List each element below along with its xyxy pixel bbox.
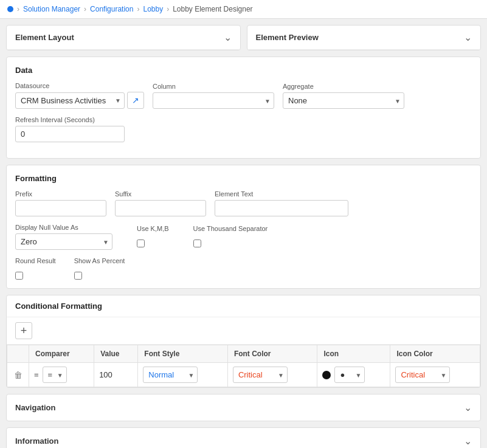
information-chevron: ⌄ <box>464 435 472 447</box>
refresh-row: Refresh Interval (Seconds) <box>15 116 472 142</box>
information-title: Information <box>15 436 59 446</box>
comparer-cell: = =>< <box>29 363 94 387</box>
delete-cell: 🗑 <box>7 363 29 387</box>
cond-toolbar: + <box>7 317 480 345</box>
element-layout-chevron: ⌄ <box>224 32 232 43</box>
font-style-select[interactable]: NormalBoldItalic <box>143 367 198 383</box>
icon-preview <box>322 371 331 379</box>
breadcrumb-solution-manager[interactable]: Solution Manager <box>23 5 80 13</box>
font-style-select-wrapper: NormalBoldItalic <box>143 367 198 383</box>
suffix-label: Suffix <box>115 190 206 198</box>
breadcrumb-current: Lobby Element Designer <box>173 5 252 13</box>
show-percent-group: Show As Percent <box>74 257 125 280</box>
font-color-select-wrapper: CriticalNormalWarning <box>233 367 288 383</box>
null-value-row: Display Null Value As Zero Use K,M,B Use… <box>15 224 472 250</box>
col-delete <box>7 345 29 363</box>
null-value-label: Display Null Value As <box>15 224 112 231</box>
prefix-input[interactable] <box>15 200 106 216</box>
prefix-group: Prefix <box>15 190 106 216</box>
element-preview-chevron: ⌄ <box>464 32 472 43</box>
use-thousand-checkbox[interactable] <box>193 240 201 247</box>
datasource-group: Datasource CRM Business Activities ↗ <box>15 82 144 109</box>
table-header-row: Comparer Value Font Style Font Color Ico… <box>7 345 480 363</box>
col-font-style: Font Style <box>138 345 228 363</box>
information-toggle[interactable]: Information ⌄ <box>7 428 480 448</box>
element-layout-panel: Element Layout ⌄ <box>6 25 241 50</box>
comparer-value: = <box>34 370 39 379</box>
icon-cell: ●■▲ <box>317 363 390 387</box>
round-result-group: Round Result <box>15 257 56 280</box>
icon-select[interactable]: ●■▲ <box>334 367 365 383</box>
data-section: Data Datasource CRM Business Activities … <box>6 57 481 159</box>
conditional-formatting-section: Conditional Formatting + Comparer Value … <box>6 295 481 388</box>
col-value: Value <box>94 345 138 363</box>
refresh-label: Refresh Interval (Seconds) <box>15 116 125 123</box>
aggregate-label: Aggregate <box>283 83 404 90</box>
column-label: Column <box>153 83 274 90</box>
column-select-wrapper <box>153 92 274 109</box>
round-result-label: Round Result <box>15 257 56 264</box>
navigation-section: Navigation ⌄ <box>6 394 481 421</box>
icon-color-cell: CriticalNormalWarning <box>390 363 480 387</box>
null-value-select-wrapper: Zero <box>15 233 112 250</box>
element-preview-panel: Element Preview ⌄ <box>247 25 482 50</box>
font-color-select[interactable]: CriticalNormalWarning <box>233 367 288 383</box>
data-section-title: Data <box>15 66 472 75</box>
suffix-input[interactable] <box>115 200 206 216</box>
element-preview-toggle[interactable]: Element Preview ⌄ <box>247 26 481 50</box>
show-percent-checkbox[interactable] <box>74 272 82 280</box>
use-thousand-label: Use Thousand Separator <box>193 225 268 232</box>
use-kmb-label: Use K,M,B <box>137 225 169 232</box>
value-cell: 100 <box>94 363 138 387</box>
refresh-group: Refresh Interval (Seconds) <box>15 116 125 142</box>
column-group: Column <box>153 83 274 109</box>
font-style-cell: NormalBoldItalic <box>138 363 228 387</box>
breadcrumb-lobby[interactable]: Lobby <box>143 5 163 13</box>
null-value-select[interactable]: Zero <box>15 233 112 250</box>
breadcrumb-configuration[interactable]: Configuration <box>90 5 133 13</box>
formatting-section: Formatting Prefix Suffix Element Text Di… <box>6 165 481 289</box>
datasource-link-button[interactable]: ↗ <box>127 92 144 109</box>
null-value-group: Display Null Value As Zero <box>15 224 112 250</box>
navigation-chevron: ⌄ <box>464 402 472 413</box>
table-row: 🗑 = =>< 100 <box>7 363 480 387</box>
prefix-label: Prefix <box>15 190 106 198</box>
aggregate-group: Aggregate None <box>283 83 404 109</box>
element-layout-toggle[interactable]: Element Layout ⌄ <box>7 26 240 50</box>
use-thousand-group: Use Thousand Separator <box>193 225 268 247</box>
conditions-table: Comparer Value Font Style Font Color Ico… <box>7 345 480 387</box>
breadcrumb: › Solution Manager › Configuration › Lob… <box>0 0 487 19</box>
breadcrumb-dot <box>7 6 13 12</box>
aggregate-select-wrapper: None <box>283 92 404 109</box>
comparer-select-wrapper: =>< <box>43 367 67 383</box>
element-layout-title: Element Layout <box>15 33 74 42</box>
col-icon: Icon <box>317 345 390 363</box>
aggregate-select[interactable]: None <box>283 92 404 109</box>
show-percent-label: Show As Percent <box>74 257 125 264</box>
formatting-section-title: Formatting <box>15 174 472 183</box>
information-section: Information ⌄ <box>6 427 481 448</box>
add-condition-button[interactable]: + <box>15 322 32 339</box>
col-font-color: Font Color <box>227 345 317 363</box>
font-color-cell: CriticalNormalWarning <box>227 363 317 387</box>
icon-color-select[interactable]: CriticalNormalWarning <box>395 367 450 383</box>
icon-color-select-wrapper: CriticalNormalWarning <box>395 367 450 383</box>
element-text-input[interactable] <box>215 200 348 216</box>
use-kmb-checkbox[interactable] <box>137 240 145 247</box>
use-kmb-group: Use K,M,B <box>137 225 169 247</box>
condition-value: 100 <box>99 370 112 379</box>
navigation-title: Navigation <box>15 403 55 412</box>
comparer-select[interactable]: =>< <box>43 367 67 383</box>
column-select[interactable] <box>153 92 274 109</box>
icon-select-wrapper: ●■▲ <box>334 367 365 383</box>
datasource-select[interactable]: CRM Business Activities <box>15 92 125 109</box>
element-text-group: Element Text <box>215 190 348 216</box>
conditional-formatting-title: Conditional Formatting <box>7 295 480 317</box>
datasource-select-wrapper: CRM Business Activities <box>15 92 125 109</box>
col-comparer: Comparer <box>29 345 94 363</box>
element-preview-title: Element Preview <box>256 33 319 42</box>
navigation-toggle[interactable]: Navigation ⌄ <box>7 395 480 421</box>
round-result-checkbox[interactable] <box>15 272 23 280</box>
delete-row-button[interactable]: 🗑 <box>13 369 24 381</box>
refresh-input[interactable] <box>15 126 125 142</box>
